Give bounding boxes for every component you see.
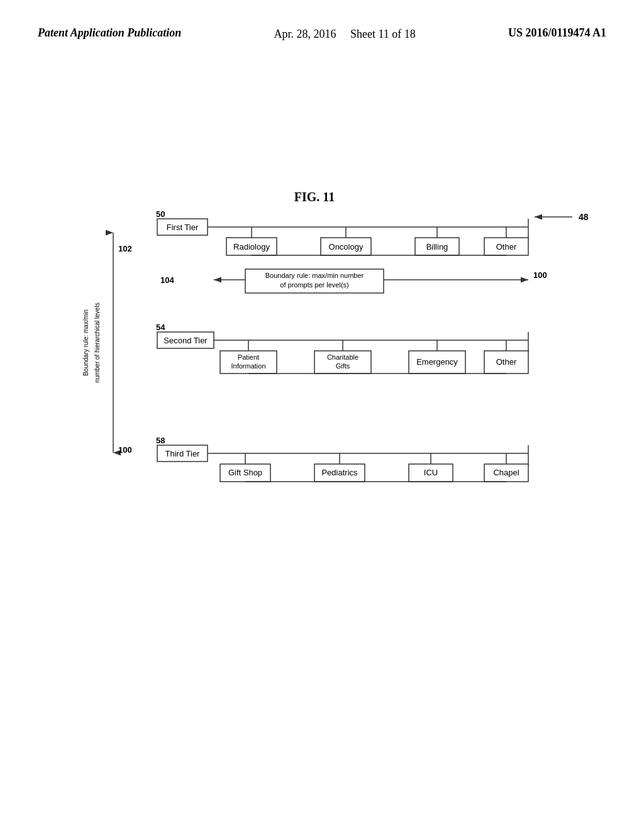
gift-shop-label: Gift Shop <box>228 468 262 477</box>
left-boundary-text2: number of hierarchical levels <box>94 302 101 382</box>
arrow-48-label: 48 <box>579 212 589 222</box>
oncology-label: Oncology <box>329 242 364 252</box>
billing-label: Billing <box>426 242 448 252</box>
tier1-id: 50 <box>156 209 165 219</box>
tier2-label: Second Tier <box>164 336 208 345</box>
tier2-id: 54 <box>156 323 165 332</box>
charitable-gifts-label1: Charitable <box>327 353 358 361</box>
icu-label: ICU <box>424 468 438 477</box>
other-tier1-label: Other <box>496 242 517 252</box>
date-sheet-label: Apr. 28, 2016 Sheet 11 of 18 <box>274 25 416 43</box>
label-104: 104 <box>160 275 174 285</box>
patient-info-label2: Information <box>231 362 265 370</box>
pediatrics-label: Pediatrics <box>321 468 358 477</box>
diagram-svg: FIG. 11 48 50 First Tier <box>50 182 604 610</box>
label-100-right: 100 <box>533 270 547 280</box>
left-boundary-text: Boundary rule: max/min <box>82 309 89 376</box>
patient-info-label1: Patient <box>238 353 259 361</box>
boundary-rule-text2: of prompts per level(s) <box>280 281 348 289</box>
tier1-label: First Tier <box>167 223 199 232</box>
radiology-label: Radiology <box>233 242 270 252</box>
emergency-label: Emergency <box>416 357 458 367</box>
tier3-label: Third Tier <box>165 449 201 458</box>
label-100-left: 100 <box>118 445 132 455</box>
date-label: Apr. 28, 2016 <box>274 28 336 40</box>
chapel-label: Chapel <box>493 468 519 477</box>
sheet-label: Sheet 11 of 18 <box>350 28 416 40</box>
other-tier2-label: Other <box>496 357 517 367</box>
publication-label: Patent Application Publication <box>38 25 181 41</box>
header: Patent Application Publication Apr. 28, … <box>0 0 644 56</box>
page: Patent Application Publication Apr. 28, … <box>0 0 644 830</box>
boundary-rule-text: Boundary rule: max/min number <box>265 272 364 279</box>
charitable-gifts-label2: Gifts <box>336 362 350 370</box>
patent-number-label: US 2016/0119474 A1 <box>508 25 606 41</box>
tier3-id: 58 <box>156 436 165 445</box>
fig-title: FIG. 11 <box>294 190 335 204</box>
label-102: 102 <box>118 244 132 253</box>
